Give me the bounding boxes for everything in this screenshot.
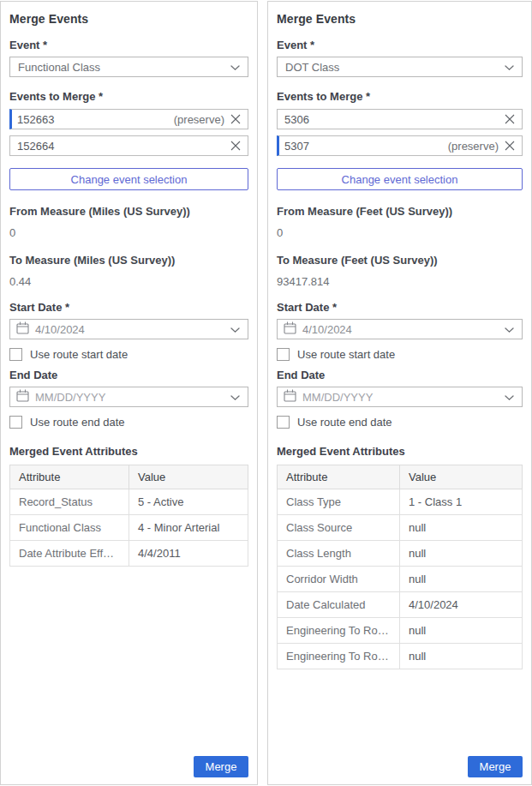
from-measure-value: 0 (277, 226, 523, 239)
value-cell: null (400, 644, 523, 669)
end-date-label: End Date (277, 369, 523, 381)
table-row: Date Attribute Effective 4/4/2011 (10, 541, 248, 567)
table-row: Record_Status 5 - Active (10, 489, 248, 515)
remove-event-icon[interactable] (230, 114, 241, 124)
attribute-cell: Date Attribute Effective (10, 541, 129, 567)
event-label: Event * (9, 39, 248, 51)
attribute-cell: Class Type (278, 489, 400, 515)
change-event-selection-button[interactable]: Change event selection (277, 168, 523, 190)
panel-footer: Merge (9, 756, 248, 777)
attribute-column-header: Attribute (278, 465, 400, 489)
use-route-start-date-checkbox[interactable] (9, 348, 22, 361)
from-measure-label: From Measure (Miles (US Survey)) (9, 205, 248, 218)
start-date-input[interactable]: 4/10/2024 (277, 319, 523, 339)
use-route-end-date-checkbox[interactable] (277, 416, 290, 429)
table-header-row: Attribute Value (10, 465, 248, 489)
to-measure-value: 0.44 (9, 275, 248, 288)
merge-button[interactable]: Merge (468, 756, 523, 777)
calendar-icon (284, 321, 302, 338)
remove-event-icon[interactable] (505, 114, 515, 124)
use-route-start-date-checkbox[interactable] (277, 348, 290, 361)
merged-attributes-table: Attribute Value Record_Status 5 - Active… (9, 465, 248, 567)
table-row: Engineering To RouteID null (278, 618, 523, 644)
start-date-label: Start Date * (9, 301, 248, 314)
events-to-merge-label: Events to Merge * (277, 90, 523, 103)
change-event-selection-button[interactable]: Change event selection (9, 168, 248, 190)
end-date-placeholder: MM/DD/YYYY (302, 391, 505, 404)
event-to-merge-field[interactable]: 152664 (9, 135, 248, 156)
merged-event-attributes-label: Merged Event Attributes (277, 445, 523, 458)
event-id: 5307 (284, 140, 448, 153)
event-label: Event * (277, 39, 523, 51)
from-measure-value: 0 (9, 226, 248, 239)
use-route-end-date-label: Use route end date (297, 416, 392, 429)
preserve-flag: (preserve) (174, 113, 224, 126)
use-route-start-date-label: Use route start date (30, 348, 128, 361)
value-column-header: Value (129, 465, 248, 489)
merge-button[interactable]: Merge (194, 756, 248, 777)
event-select-value: Functional Class (18, 61, 100, 74)
event-to-merge-field[interactable]: 5307 (preserve) (277, 135, 523, 156)
event-to-merge-field[interactable]: 5306 (277, 109, 523, 129)
merged-event-attributes-label: Merged Event Attributes (9, 445, 248, 458)
start-date-label: Start Date * (277, 301, 523, 314)
attribute-cell: Engineering To Route ... (278, 644, 400, 669)
value-cell: null (400, 515, 523, 541)
remove-event-icon[interactable] (230, 141, 241, 151)
page-title: Merge Events (277, 12, 523, 26)
start-date-value: 4/10/2024 (35, 323, 230, 336)
attribute-cell: Functional Class (10, 515, 129, 541)
attribute-cell: Class Length (278, 541, 400, 567)
remove-event-icon[interactable] (505, 141, 515, 151)
to-measure-label: To Measure (Miles (US Survey)) (9, 254, 248, 267)
use-route-end-date-row: Use route end date (9, 416, 248, 429)
event-id: 5306 (284, 113, 499, 126)
from-measure-label: From Measure (Feet (US Survey)) (277, 205, 523, 218)
attribute-cell: Record_Status (10, 489, 129, 515)
end-date-input[interactable]: MM/DD/YYYY (9, 387, 248, 407)
value-cell: null (400, 567, 523, 592)
attribute-cell: Engineering To RouteID (278, 618, 400, 644)
use-route-start-date-row: Use route start date (9, 348, 248, 361)
value-cell: 4/10/2024 (400, 592, 523, 618)
start-date-input[interactable]: 4/10/2024 (9, 319, 248, 339)
use-route-end-date-label: Use route end date (30, 416, 125, 429)
calendar-icon (16, 389, 35, 405)
event-id: 152664 (17, 140, 224, 153)
table-row: Date Calculated 4/10/2024 (278, 592, 523, 618)
chevron-down-icon (230, 389, 240, 405)
table-row: Class Length null (278, 541, 523, 567)
merge-events-panel-left: Merge Events Event * Functional Class Ev… (0, 1, 258, 785)
events-to-merge-label: Events to Merge * (9, 90, 248, 103)
use-route-start-date-label: Use route start date (297, 348, 395, 361)
value-cell: null (400, 541, 523, 567)
value-cell: null (400, 618, 523, 644)
panel-footer: Merge (277, 756, 523, 777)
merge-events-panel-right: Merge Events Event * DOT Class Events to… (267, 1, 532, 785)
end-date-label: End Date (9, 369, 248, 381)
value-column-header: Value (400, 465, 523, 489)
calendar-icon (16, 321, 35, 338)
event-select[interactable]: DOT Class (277, 57, 523, 77)
chevron-down-icon (505, 59, 514, 75)
calendar-icon (284, 389, 302, 405)
value-cell: 4/4/2011 (129, 541, 248, 567)
merge-events-workspace: Merge Events Event * Functional Class Ev… (0, 0, 532, 785)
table-row: Class Source null (278, 515, 523, 541)
event-select[interactable]: Functional Class (9, 57, 248, 77)
value-cell: 4 - Minor Arterial (129, 515, 248, 541)
event-to-merge-field[interactable]: 152663 (preserve) (9, 109, 248, 129)
table-row: Corridor Width null (278, 567, 523, 592)
attribute-cell: Class Source (278, 515, 400, 541)
chevron-down-icon (505, 389, 514, 405)
attribute-cell: Corridor Width (278, 567, 400, 592)
chevron-down-icon (230, 321, 240, 337)
end-date-input[interactable]: MM/DD/YYYY (277, 387, 523, 407)
to-measure-label: To Measure (Feet (US Survey)) (277, 254, 523, 267)
attribute-cell: Date Calculated (278, 592, 400, 618)
chevron-down-icon (230, 59, 240, 75)
use-route-end-date-checkbox[interactable] (9, 416, 22, 429)
table-header-row: Attribute Value (278, 465, 523, 489)
merged-attributes-table: Attribute Value Class Type 1 - Class 1 C… (277, 465, 523, 669)
table-row: Engineering To Route ... null (278, 644, 523, 669)
